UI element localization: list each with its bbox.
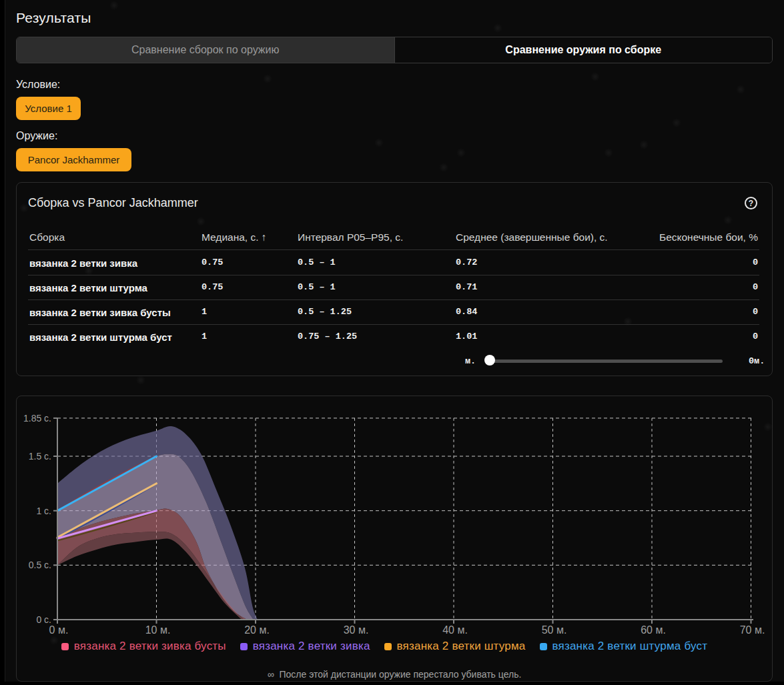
svg-text:1 с.: 1 с. [36,506,51,516]
svg-text:30 м.: 30 м. [344,624,369,636]
svg-text:50 м.: 50 м. [542,624,567,636]
svg-text:20 м.: 20 м. [244,624,270,636]
svg-text:60 м.: 60 м. [641,624,666,636]
svg-text:1.5 с.: 1.5 с. [29,451,51,462]
svg-text:0 м.: 0 м. [49,624,69,636]
svg-text:0.5 с.: 0.5 с. [29,560,51,570]
svg-text:0 с.: 0 с. [36,614,51,625]
svg-text:40 м.: 40 м. [442,624,468,636]
svg-text:70 м.: 70 м. [740,624,765,636]
svg-text:10 м.: 10 м. [145,624,171,636]
svg-text:1.85 с.: 1.85 с. [23,413,51,424]
